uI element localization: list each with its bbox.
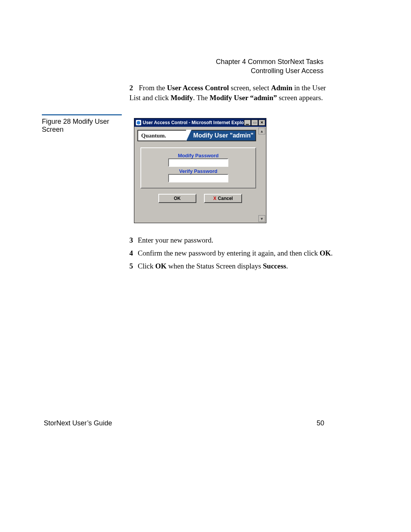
- scroll-up-button[interactable]: ▲: [258, 128, 265, 134]
- figure-rule: [42, 114, 122, 115]
- cancel-button[interactable]: XCancel: [204, 194, 242, 203]
- modify-password-label: Modify Password: [145, 153, 252, 158]
- minimize-button[interactable]: ▁: [244, 120, 251, 126]
- modify-password-input[interactable]: [168, 158, 228, 167]
- step-2-number: 2: [129, 83, 137, 93]
- close-button[interactable]: ✕: [258, 120, 265, 126]
- ok-button[interactable]: OK: [158, 194, 196, 203]
- footer-page-number: 50: [317, 419, 324, 427]
- panel-title: Modify User "admin": [186, 130, 256, 141]
- step-2: 2 From the User Access Control screen, s…: [129, 83, 333, 103]
- verify-password-label: Verify Password: [145, 168, 252, 174]
- cancel-button-label: Cancel: [218, 196, 233, 201]
- window-titlebar[interactable]: User Access Control - Microsoft Internet…: [134, 118, 266, 127]
- restore-button[interactable]: ▭: [251, 120, 258, 126]
- steps-3-5: 3 Enter your new password. 4 Confirm the…: [129, 234, 342, 273]
- ie-icon: [136, 120, 141, 125]
- step-2-text: From the User Access Control screen, sel…: [129, 84, 326, 102]
- step-5: 5 Click OK when the Status Screen displa…: [129, 260, 342, 273]
- scroll-down-button[interactable]: ▼: [258, 215, 265, 222]
- running-header: Chapter 4 Common StorNext Tasks Controll…: [216, 57, 323, 75]
- step-3-number: 3: [129, 234, 138, 247]
- window-title: User Access Control - Microsoft Internet…: [143, 120, 244, 125]
- chapter-title: Chapter 4 Common StorNext Tasks: [216, 57, 323, 66]
- figure-caption-block: Figure 28 Modify User Screen: [42, 114, 122, 134]
- window-body: ▲ Quantum. Modify User "admin" Modify Pa…: [134, 127, 266, 223]
- cancel-x-icon: X: [213, 196, 217, 201]
- footer-guide-title: StorNext User’s Guide: [44, 419, 112, 427]
- verify-password-input[interactable]: [168, 174, 228, 182]
- section-title: Controlling User Access: [216, 66, 323, 75]
- step-3-text: Enter your new password.: [138, 234, 342, 247]
- step-4-text: Confirm the new password by entering it …: [138, 247, 342, 260]
- step-5-number: 5: [129, 260, 138, 273]
- button-row: OK XCancel: [137, 194, 263, 203]
- panel-header: Quantum. Modify User "admin": [137, 130, 256, 141]
- figure-caption: Figure 28 Modify User Screen: [42, 118, 122, 134]
- step-5-text: Click OK when the Status Screen displays…: [138, 260, 342, 273]
- step-3: 3 Enter your new password.: [129, 234, 342, 247]
- step-4: 4 Confirm the new password by entering i…: [129, 247, 342, 260]
- step-4-number: 4: [129, 247, 138, 260]
- brand-logo: Quantum.: [137, 130, 186, 141]
- password-form: Modify Password Verify Password: [140, 147, 256, 189]
- modify-user-window: User Access Control - Microsoft Internet…: [134, 118, 266, 223]
